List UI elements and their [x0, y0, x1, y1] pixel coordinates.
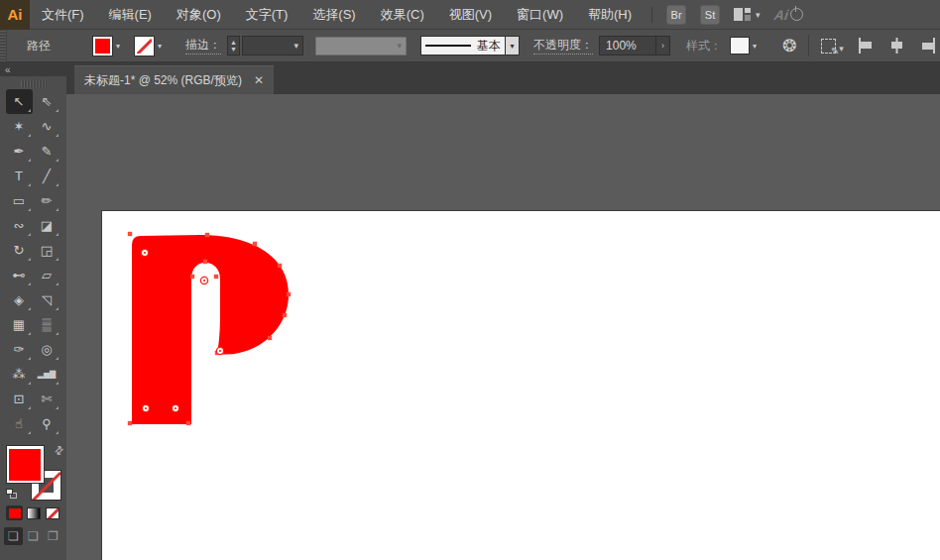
gradient-mode-button[interactable]	[25, 505, 42, 520]
align-left-icon[interactable]	[858, 38, 875, 54]
brush-chevron-button[interactable]: ▾	[506, 36, 520, 56]
collapse-panel-button[interactable]: «	[0, 62, 66, 76]
menu-item-2[interactable]: 对象(O)	[176, 6, 221, 24]
lasso-tool[interactable]: ∿	[34, 114, 60, 139]
perspective-grid-tool[interactable]: ◹	[34, 287, 60, 312]
eyedropper-tool[interactable]: ✑	[6, 337, 33, 362]
live-corner-widget-dot	[145, 407, 147, 409]
rectangle-tool[interactable]: ▭	[6, 188, 33, 213]
live-corner-widget-dot	[203, 280, 205, 281]
control-bar-grip[interactable]	[0, 30, 7, 61]
magic-wand-tool[interactable]: ✶	[6, 114, 33, 139]
scale-tool[interactable]: ◲	[34, 238, 60, 263]
fill-color-chip	[95, 39, 110, 54]
swap-fill-stroke-icon[interactable]: ⇄	[52, 443, 67, 459]
curvature-tool[interactable]: ✎	[34, 139, 60, 164]
anchor-point[interactable]	[214, 275, 218, 279]
draw-behind-mode[interactable]: ❏	[24, 527, 43, 545]
close-tab-icon[interactable]: ✕	[254, 73, 264, 87]
document-setup-button[interactable]: ▾	[821, 39, 844, 54]
none-mode-button[interactable]	[44, 505, 60, 520]
anchor-point[interactable]	[253, 242, 257, 246]
menu-item-5[interactable]: 效果(C)	[381, 6, 424, 24]
canvas-pasteboard[interactable]	[66, 94, 940, 560]
style-chevron-icon[interactable]: ▾	[753, 42, 757, 51]
fill-color-swatch[interactable]	[92, 36, 113, 56]
selection-tool[interactable]: ↖	[6, 89, 33, 114]
menu-item-7[interactable]: 窗口(W)	[517, 6, 563, 24]
eraser-tool[interactable]: ◪	[34, 213, 60, 238]
menu-item-1[interactable]: 编辑(E)	[109, 6, 152, 24]
letter-p-artwork[interactable]	[102, 211, 940, 560]
stroke-weight-stepper[interactable]: ▲▼	[227, 36, 240, 56]
artboard-tool[interactable]: ⊡	[6, 387, 33, 411]
artboard[interactable]	[102, 211, 940, 560]
hand-tool[interactable]: ☝	[6, 411, 33, 436]
brush-definition-dropdown[interactable]: 基本	[420, 36, 506, 56]
stroke-weight-dropdown[interactable]: ▾	[242, 36, 303, 56]
anchor-point[interactable]	[287, 292, 291, 296]
menu-right-icons: Br St ▾ Ai	[666, 5, 803, 25]
stroke-weight-label[interactable]: 描边：	[185, 37, 221, 55]
anchor-point[interactable]	[186, 421, 190, 425]
opacity-label[interactable]: 不透明度：	[533, 37, 593, 55]
recolor-artwork-icon[interactable]: ❂	[782, 36, 796, 56]
mesh-tool[interactable]: ▦	[6, 312, 33, 337]
anchor-point[interactable]	[190, 275, 194, 279]
stroke-color-swatch[interactable]	[134, 36, 155, 56]
zoom-tool[interactable]: ⚲	[34, 411, 60, 436]
symbol-sprayer-tool[interactable]: ⁂	[6, 362, 33, 387]
pen-tool[interactable]: ✒	[6, 139, 33, 164]
paintbrush-tool[interactable]: ✏	[34, 188, 60, 213]
gradient-tool[interactable]: ▒	[34, 312, 60, 337]
anchor-point[interactable]	[283, 313, 287, 317]
fill-chevron-icon[interactable]: ▾	[116, 42, 120, 51]
column-graph-tool[interactable]: ▂▅▇	[34, 362, 60, 387]
anchor-point[interactable]	[128, 421, 132, 425]
shape-builder-tool[interactable]: ◈	[6, 287, 33, 312]
align-center-icon[interactable]	[888, 38, 905, 54]
type-tool[interactable]: T	[6, 164, 33, 188]
menu-item-0[interactable]: 文件(F)	[42, 6, 84, 24]
chevron-down-icon: ▾	[394, 41, 407, 51]
align-right-icon[interactable]	[919, 38, 936, 54]
default-fill-stroke-icon[interactable]	[6, 489, 17, 499]
direct-selection-tool[interactable]: ⇖	[34, 89, 60, 114]
menu-item-8[interactable]: 帮助(H)	[588, 6, 632, 24]
menu-bar: Ai 文件(F)编辑(E)对象(O)文字(T)选择(S)效果(C)视图(V)窗口…	[0, 0, 940, 30]
color-mode-button[interactable]	[6, 505, 23, 520]
draw-inside-mode[interactable]: ❐	[44, 527, 62, 545]
line-segment-tool[interactable]: ╱	[34, 164, 60, 188]
cc-sync-status-icon[interactable]: Ai	[774, 7, 803, 23]
anchor-point[interactable]	[128, 232, 132, 236]
document-tab[interactable]: 未标题-1* @ 52% (RGB/预览) ✕	[74, 65, 274, 94]
brush-definition-control: 基本 ▾	[420, 36, 520, 56]
fill-indicator-swatch[interactable]	[7, 446, 44, 483]
opacity-panel-button[interactable]: ›	[656, 36, 670, 56]
rotate-tool[interactable]: ↻	[6, 238, 33, 263]
anchor-point[interactable]	[205, 233, 209, 237]
sync-ai-glyph: Ai	[772, 7, 788, 23]
tools-panel: « ↖⇖✶∿✒✎T╱▭✏∾◪↻◲⊷▱◈◹▦▒✑◎⁂▂▅▇⊡✄☝⚲ ⇄ ❏❏❐	[0, 62, 66, 560]
menu-item-3[interactable]: 文字(T)	[246, 6, 289, 24]
slice-tool[interactable]: ✄	[34, 387, 60, 411]
style-swatch[interactable]	[730, 37, 750, 55]
anchor-point[interactable]	[268, 336, 272, 340]
menu-item-4[interactable]: 选择(S)	[312, 6, 355, 24]
menu-item-6[interactable]: 视图(V)	[449, 6, 492, 24]
free-transform-tool[interactable]: ▱	[34, 263, 60, 287]
stock-button[interactable]: St	[700, 5, 720, 25]
letter-p-path[interactable]	[132, 235, 289, 424]
stroke-chevron-icon[interactable]: ▾	[158, 42, 162, 51]
shaper-tool[interactable]: ∾	[6, 213, 33, 238]
opacity-input[interactable]: 100%	[599, 36, 656, 56]
bridge-button[interactable]: Br	[666, 5, 686, 25]
workspace-switcher-button[interactable]: ▾	[734, 8, 761, 21]
fill-control: ▾	[92, 36, 126, 56]
width-tool[interactable]: ⊷	[6, 263, 33, 287]
panel-grip[interactable]	[21, 80, 47, 87]
anchor-point[interactable]	[278, 264, 282, 268]
anchor-point[interactable]	[203, 260, 207, 264]
blend-tool[interactable]: ◎	[34, 337, 60, 362]
draw-normal-mode[interactable]: ❏	[4, 527, 23, 545]
